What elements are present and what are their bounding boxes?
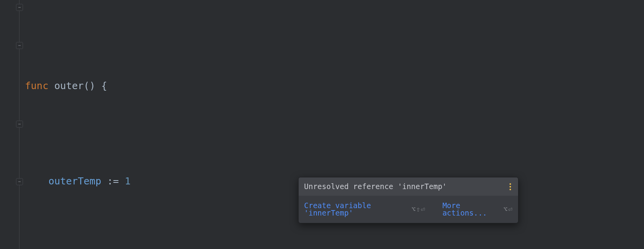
popup-body: Create variable 'innerTemp' ⌥⇧⏎ More act…	[299, 196, 518, 223]
inspection-title: Unresolved reference 'innerTemp'	[304, 183, 447, 190]
quick-fix-action[interactable]: Create variable 'innerTemp' ⌥⇧⏎	[304, 202, 425, 217]
function-name: outer	[54, 80, 83, 91]
code-line[interactable]: func outer() {	[25, 76, 644, 95]
code-editor[interactable]: func outer() { outerTemp := 1 _ = func()…	[0, 0, 644, 249]
brace-open: {	[101, 80, 107, 91]
more-actions-label[interactable]: More actions...	[442, 202, 499, 217]
variable: outerTemp	[48, 175, 101, 187]
shortcut-hint: ⌥⇧⏎	[411, 206, 425, 213]
number-literal: 1	[125, 175, 131, 187]
intention-popup[interactable]: Unresolved reference 'innerTemp' Create …	[298, 177, 518, 223]
parentheses: ()	[84, 80, 96, 91]
more-actions[interactable]: More actions... ⌥⏎	[442, 202, 513, 217]
quick-fix-label[interactable]: Create variable 'innerTemp'	[304, 202, 407, 217]
operator-decl: :=	[107, 175, 119, 187]
keyword-func: func	[25, 80, 48, 91]
popup-header: Unresolved reference 'innerTemp'	[299, 177, 518, 196]
shortcut-hint: ⌥⏎	[503, 206, 513, 213]
kebab-menu-icon[interactable]	[508, 183, 513, 190]
